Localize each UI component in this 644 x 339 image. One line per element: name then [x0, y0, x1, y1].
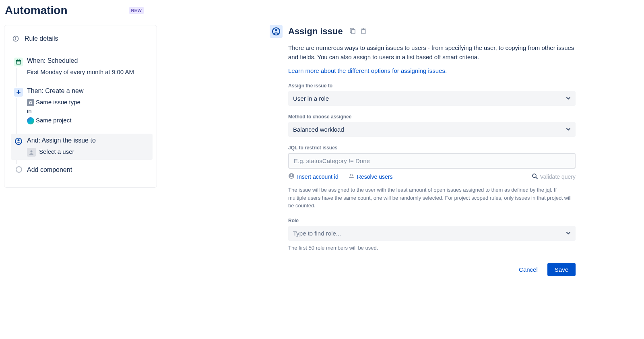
- assign-icon: [14, 137, 23, 147]
- resolve-users-label: Resolve users: [357, 174, 393, 180]
- svg-point-9: [29, 101, 32, 104]
- role-help-text: The first 50 role members will be used.: [288, 244, 576, 252]
- create-line3: Same project: [36, 117, 71, 124]
- step-assign-action[interactable]: And: Assign the issue to Select a user: [11, 134, 153, 160]
- delete-icon[interactable]: [360, 27, 367, 36]
- method-label: Method to choose assignee: [288, 114, 576, 120]
- assign-to-select[interactable]: User in a role: [288, 91, 576, 106]
- assign-issue-panel: Assign issue: [270, 25, 576, 276]
- svg-rect-17: [361, 29, 365, 34]
- assign-panel-icon: [270, 25, 283, 38]
- insert-account-link[interactable]: Insert account id: [288, 173, 339, 180]
- step-trigger[interactable]: When: Scheduled First Monday of every mo…: [11, 56, 153, 86]
- create-title: Then: Create a new: [27, 87, 149, 95]
- svg-line-25: [536, 177, 537, 179]
- cancel-button[interactable]: Cancel: [513, 263, 543, 276]
- svg-rect-6: [19, 60, 20, 61]
- jql-help-text: The issue will be assigned to the user w…: [288, 186, 576, 210]
- search-icon: [532, 173, 538, 180]
- validate-query-label: Validate query: [540, 174, 576, 180]
- trigger-title: When: Scheduled: [27, 57, 149, 64]
- method-select[interactable]: Balanced workload: [288, 122, 576, 137]
- role-placeholder: Type to find role...: [293, 230, 341, 237]
- info-icon: [12, 35, 19, 42]
- new-badge: NEW: [129, 7, 144, 14]
- avatar-placeholder-icon: [27, 148, 36, 157]
- calendar-icon: [14, 58, 23, 66]
- jql-label: JQL to restrict issues: [288, 145, 576, 151]
- chevron-down-icon: [566, 95, 571, 102]
- rule-details-link[interactable]: Rule details: [8, 33, 153, 48]
- create-line1: Same issue type: [36, 99, 80, 105]
- trigger-subtitle: First Monday of every month at 9:00 AM: [27, 68, 149, 77]
- rule-details-label: Rule details: [25, 35, 58, 42]
- insert-account-label: Insert account id: [297, 174, 339, 180]
- plus-icon: [14, 88, 23, 97]
- svg-point-22: [350, 174, 351, 176]
- svg-rect-4: [17, 60, 21, 62]
- chevron-down-icon: [566, 230, 571, 237]
- assign-title: And: Assign the issue to: [27, 137, 149, 144]
- assign-to-value: User in a role: [293, 95, 329, 102]
- create-line2: in: [27, 107, 32, 114]
- assign-to-label: Assign the issue to: [288, 83, 576, 89]
- svg-rect-8: [17, 92, 21, 93]
- copy-icon[interactable]: [349, 27, 356, 36]
- svg-point-11: [18, 139, 20, 141]
- panel-title: Assign issue: [288, 26, 343, 37]
- users-icon: [348, 173, 355, 180]
- assign-subtitle: Select a user: [39, 148, 74, 155]
- learn-more-link[interactable]: Learn more about the different options f…: [288, 67, 447, 74]
- svg-point-23: [352, 174, 353, 176]
- svg-point-1: [15, 37, 16, 38]
- svg-rect-18: [361, 29, 366, 29]
- page-title: Automation: [5, 4, 68, 17]
- jql-input[interactable]: [288, 153, 576, 169]
- svg-rect-19: [363, 28, 364, 29]
- svg-rect-2: [15, 38, 16, 40]
- save-button[interactable]: Save: [547, 263, 576, 276]
- svg-rect-16: [351, 29, 355, 34]
- role-select[interactable]: Type to find role...: [288, 226, 576, 241]
- chevron-down-icon: [566, 126, 571, 133]
- panel-description: There are numerous ways to assign issues…: [288, 43, 576, 62]
- svg-point-21: [291, 174, 292, 176]
- add-component-label: Add component: [27, 166, 72, 173]
- rule-builder-sidebar: Rule details: [4, 25, 157, 188]
- svg-point-14: [275, 29, 277, 31]
- resolve-users-link[interactable]: Resolve users: [348, 173, 393, 180]
- project-icon: [27, 117, 34, 124]
- step-create-action[interactable]: Then: Create a new Same issue type in Sa…: [11, 86, 153, 134]
- add-circle-icon: [16, 166, 22, 173]
- svg-point-12: [31, 151, 33, 153]
- issuetype-icon: [27, 99, 34, 106]
- user-circle-icon: [288, 173, 295, 180]
- add-component-button[interactable]: Add component: [11, 165, 153, 175]
- method-value: Balanced workload: [293, 126, 344, 133]
- svg-rect-5: [17, 60, 18, 61]
- validate-query-link[interactable]: Validate query: [532, 173, 576, 180]
- role-label: Role: [288, 218, 576, 223]
